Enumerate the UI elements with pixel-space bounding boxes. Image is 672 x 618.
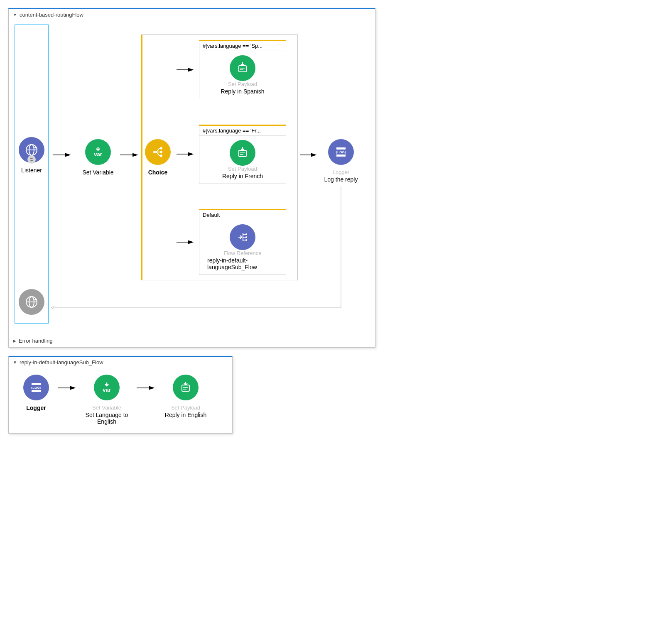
exchange-badge-icon <box>27 155 36 164</box>
payload-icon <box>230 140 255 166</box>
globe-gray-icon <box>19 289 44 315</box>
svg-text:var: var <box>94 151 102 157</box>
error-handling-section[interactable]: ▶ Error handling <box>9 336 375 347</box>
route-card-spanish[interactable]: #[vars.language == 'Sp... Set Payload Re… <box>199 40 286 99</box>
svg-rect-14 <box>239 66 246 72</box>
return-connector <box>49 186 353 314</box>
variable-icon: var <box>85 139 111 165</box>
log-icon: LOG <box>328 139 354 165</box>
route-spanish: #[vars.language == 'Sp... Set Payload Re… <box>176 40 293 99</box>
logger-type: Logger <box>333 169 349 175</box>
type-label: Set Payload <box>228 166 257 172</box>
flow-title: content-based-routingFlow <box>20 12 83 18</box>
collapse-toggle-icon[interactable]: ▼ <box>13 12 17 17</box>
condition-french: #[vars.language == 'Fr... <box>199 126 286 136</box>
payload-icon <box>173 375 199 400</box>
sub-setvar-type: Set Variable <box>92 405 121 411</box>
arrow-sub-2 <box>136 384 157 392</box>
arrow-1 <box>52 151 73 159</box>
sub-payload-node[interactable]: Set Payload Reply in English <box>157 375 215 418</box>
collapse-toggle-icon[interactable]: ▼ <box>13 360 17 365</box>
sub-payload-name: Reply in English <box>165 412 206 418</box>
svg-rect-30 <box>336 147 346 150</box>
response-node[interactable] <box>19 289 44 319</box>
name-label: Reply in French <box>222 173 263 179</box>
flow-panel-subflow: ▼ reply-in-default-languageSub_Flow LOG … <box>8 356 233 434</box>
listener-label: Listener <box>21 167 42 174</box>
type-label: Set Payload <box>228 81 257 87</box>
svg-rect-31 <box>336 154 346 157</box>
flow-body-main: Listener var <box>9 20 375 336</box>
arrow-route-2 <box>176 150 196 158</box>
svg-rect-43 <box>182 385 189 391</box>
svg-text:LOG: LOG <box>337 150 344 154</box>
flow-header-main[interactable]: ▼ content-based-routingFlow <box>9 9 375 20</box>
arrow-route-1 <box>176 66 196 74</box>
listener-node[interactable]: Listener <box>19 137 44 174</box>
log-icon: LOG <box>23 375 49 400</box>
sub-setvar-node[interactable]: var Set Variable Set Language to English <box>78 375 136 425</box>
svg-text:LOG: LOG <box>32 386 39 390</box>
payload-icon <box>230 55 255 81</box>
arrow-2 <box>119 151 140 159</box>
route-french: #[vars.language == 'Fr... Set Payload Re… <box>176 125 293 184</box>
arrow-sub-1 <box>57 384 78 392</box>
expand-toggle-icon[interactable]: ▶ <box>13 338 16 343</box>
error-handling-label: Error handling <box>19 338 53 344</box>
flow-header-subflow[interactable]: ▼ reply-in-default-languageSub_Flow <box>9 357 232 368</box>
sub-logger-node[interactable]: LOG Logger <box>15 375 57 411</box>
svg-rect-35 <box>32 383 41 385</box>
logger-node[interactable]: LOG Logger Log the reply <box>316 139 366 183</box>
sub-logger-label: Logger <box>26 405 46 411</box>
subflow-title: reply-in-default-languageSub_Flow <box>20 359 103 365</box>
condition-spanish: #[vars.language == 'Sp... <box>199 41 286 51</box>
name-label: Reply in Spanish <box>221 88 264 95</box>
set-variable-label: Set Variable <box>82 169 113 176</box>
variable-icon: var <box>94 375 120 400</box>
svg-text:var: var <box>103 387 111 393</box>
globe-icon <box>19 137 44 163</box>
source-column[interactable]: Listener <box>15 25 49 324</box>
svg-rect-18 <box>239 150 246 157</box>
subflow-body: LOG Logger var Set Variable <box>9 368 232 433</box>
sub-setvar-name: Set Language to English <box>78 412 136 425</box>
svg-rect-36 <box>32 390 41 392</box>
flow-panel-main: ▼ content-based-routingFlow Listener <box>8 8 375 348</box>
route-card-french[interactable]: #[vars.language == 'Fr... Set Payload Re… <box>199 125 286 184</box>
sub-payload-type: Set Payload <box>171 405 200 411</box>
logger-name: Log the reply <box>324 176 358 183</box>
set-variable-node[interactable]: var Set Variable <box>75 139 121 176</box>
